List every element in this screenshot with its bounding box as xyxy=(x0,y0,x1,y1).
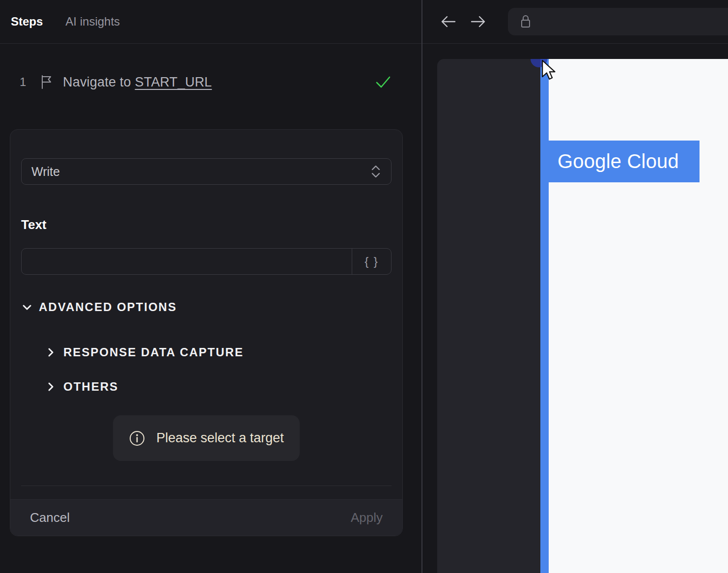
browser-panel: Google Cloud xyxy=(422,0,728,573)
tab-steps[interactable]: Steps xyxy=(11,15,43,29)
response-data-capture-toggle[interactable]: RESPONSE DATA CAPTURE xyxy=(45,345,392,359)
url-input[interactable] xyxy=(539,15,728,28)
site-dark-sidebar xyxy=(437,59,540,573)
steps-panel: Steps AI insights 1 Navigate to START_UR… xyxy=(0,0,421,573)
select-chevrons-icon xyxy=(370,164,381,179)
text-input[interactable] xyxy=(22,249,352,274)
lock-icon xyxy=(519,14,532,29)
address-bar[interactable] xyxy=(508,8,728,35)
browser-toolbar xyxy=(422,0,728,44)
chevron-right-icon xyxy=(45,346,56,358)
action-type-select[interactable]: Write xyxy=(21,158,392,185)
footer-divider xyxy=(21,486,392,486)
cancel-button[interactable]: Cancel xyxy=(30,510,70,525)
browser-viewport: Google Cloud xyxy=(422,44,728,573)
back-button[interactable] xyxy=(440,15,457,29)
arrow-left-icon xyxy=(440,15,457,29)
insert-variable-button[interactable]: { } xyxy=(352,249,391,274)
step-number: 1 xyxy=(20,75,31,89)
brand-banner[interactable]: Google Cloud xyxy=(549,141,700,182)
page-preview[interactable]: Google Cloud xyxy=(437,59,728,573)
apply-button[interactable]: Apply xyxy=(351,510,383,525)
brand-label: Google Cloud xyxy=(558,150,679,172)
text-field-label: Text xyxy=(21,217,392,232)
arrow-right-icon xyxy=(470,15,486,29)
others-label: OTHERS xyxy=(63,380,118,394)
step-item-1[interactable]: 1 Navigate to START_URL xyxy=(0,68,421,96)
advanced-options-toggle[interactable]: ADVANCED OPTIONS xyxy=(21,300,392,314)
step-editor-card: Write Text { } ADVANCED OPTIONS RESPO xyxy=(10,129,403,536)
site-page: Google Cloud xyxy=(549,59,728,573)
response-data-capture-label: RESPONSE DATA CAPTURE xyxy=(63,345,244,359)
mouse-cursor-icon xyxy=(541,59,560,80)
text-input-group: { } xyxy=(21,248,392,275)
panel-tabs: Steps AI insights xyxy=(0,0,421,44)
info-icon xyxy=(129,430,145,447)
check-icon xyxy=(375,75,391,89)
flag-icon xyxy=(40,75,53,89)
step-title: Navigate to START_URL xyxy=(63,75,212,90)
advanced-options-label: ADVANCED OPTIONS xyxy=(39,300,177,314)
chevron-right-icon xyxy=(45,381,56,393)
select-target-tooltip: Please select a target xyxy=(113,415,300,461)
site-accent-stripe xyxy=(540,59,549,573)
select-target-text: Please select a target xyxy=(156,430,284,446)
chevron-down-icon xyxy=(21,301,33,313)
forward-button[interactable] xyxy=(470,15,486,29)
action-type-value: Write xyxy=(31,165,60,179)
tab-ai-insights[interactable]: AI insights xyxy=(65,15,120,29)
start-url-link[interactable]: START_URL xyxy=(135,75,212,89)
editor-footer: Cancel Apply xyxy=(10,499,402,536)
others-toggle[interactable]: OTHERS xyxy=(45,380,392,394)
